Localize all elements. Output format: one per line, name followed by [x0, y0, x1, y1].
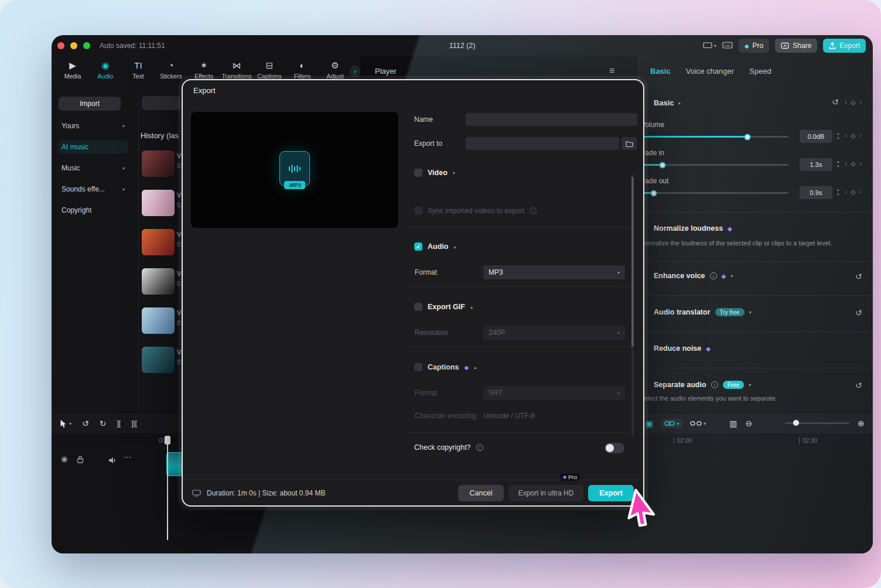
fade-out-slider[interactable] [642, 192, 788, 194]
enhance-voice-reset-icon[interactable]: ↺ [855, 272, 862, 281]
normalize-loudness-row[interactable]: Normalize loudness ◆ [654, 224, 732, 233]
fade-in-stepper[interactable]: ▴▾ [835, 159, 842, 169]
volume-stepper[interactable]: ▴▾ [835, 131, 842, 141]
tab-adjust[interactable]: ⚙Adjust [319, 56, 351, 80]
preview-axis-icon[interactable]: ▥ [729, 419, 737, 428]
export-button-titlebar[interactable]: Export [823, 39, 866, 53]
tab-transitions[interactable]: ⋈Transitions [220, 56, 253, 80]
sync-checkbox[interactable] [414, 207, 422, 215]
separate-audio-reset-icon[interactable]: ↺ [855, 381, 862, 390]
gif-checkbox[interactable] [414, 303, 422, 311]
sidebar-item-yours[interactable]: Yours▾ [59, 119, 128, 132]
sidebar-item-ai-music[interactable]: AI music [59, 141, 128, 153]
tab-audio[interactable]: ◉Audio [89, 56, 122, 80]
timeline-zoom-handle[interactable] [793, 420, 799, 426]
export-to-input[interactable] [466, 137, 619, 150]
pointer-tool-button[interactable]: ▾ [60, 419, 71, 428]
split-icon[interactable]: ][ [117, 419, 121, 428]
volume-keyframe-controls[interactable]: ‹◇› [845, 132, 862, 139]
track-mute-icon[interactable] [108, 456, 117, 466]
history-thumbnail[interactable] [142, 229, 175, 255]
captions-format-select[interactable]: SRT ▾ [483, 386, 625, 400]
sidebar-item-music[interactable]: Music▾ [59, 162, 128, 175]
volume-slider[interactable] [642, 136, 788, 138]
playhead-line[interactable] [167, 436, 168, 540]
tab-media[interactable]: ▶Media [56, 56, 89, 80]
undo-icon[interactable]: ↺ [82, 419, 89, 428]
video-checkbox[interactable] [414, 169, 422, 177]
tab-voice-changer[interactable]: Voice changer [686, 67, 734, 76]
keyboard-shortcuts-icon[interactable] [722, 40, 733, 51]
chevron-up-icon[interactable]: ▴ [474, 365, 476, 370]
chevron-up-icon[interactable]: ▴ [453, 244, 456, 249]
fade-in-value[interactable]: 1.3s [800, 158, 832, 171]
keyframe-diamond-icon[interactable]: ◇ [851, 99, 856, 105]
history-thumbnail[interactable] [142, 190, 175, 216]
copyright-toggle[interactable] [605, 443, 624, 453]
reduce-noise-row[interactable]: Reduce noise ◆ [654, 344, 711, 353]
history-thumbnail[interactable] [142, 268, 175, 295]
redo-icon[interactable]: ↻ [100, 419, 107, 428]
display-mode-icon[interactable]: ▾ [703, 42, 716, 49]
name-input[interactable] [466, 113, 637, 126]
fade-out-value[interactable]: 0.9s [800, 186, 832, 199]
tab-effects[interactable]: ✶Effects [187, 56, 220, 80]
track-more-icon[interactable]: ⋯ [124, 452, 132, 461]
audio-checkbox[interactable]: ✓ [414, 242, 422, 251]
history-thumbnail[interactable] [142, 347, 175, 373]
panel-collapse-button[interactable]: › [349, 66, 361, 77]
captions-checkbox[interactable] [414, 363, 422, 371]
basic-keyframe-controls[interactable]: ‹ ◇ › [845, 98, 862, 105]
audio-format-select[interactable]: MP3 ▾ [483, 265, 625, 279]
timeline-zoom-slider[interactable] [785, 422, 849, 424]
split-delete-icon[interactable]: ]|[ [131, 419, 137, 428]
audio-translator-row[interactable]: Audio translator Try free ▾ [654, 308, 752, 316]
link-clips-button[interactable]: ▾ [661, 419, 682, 428]
tab-stickers[interactable]: ◔Stickers [155, 56, 187, 80]
volume-value[interactable]: 0.0dB [800, 130, 832, 143]
audio-translator-reset-icon[interactable]: ↺ [855, 308, 862, 317]
unlink-clips-button[interactable]: ▾ [690, 421, 706, 426]
auto-keyframe-icon[interactable]: ▣ [646, 419, 653, 428]
pro-button[interactable]: ◆ Pro [739, 39, 769, 53]
keyframe-prev-icon[interactable]: ‹ [845, 98, 847, 105]
import-button[interactable]: Import [59, 97, 121, 111]
fade-out-slider-handle[interactable] [651, 190, 657, 196]
player-menu-icon[interactable]: ≡ [609, 66, 614, 76]
history-thumbnail[interactable] [142, 151, 175, 177]
tab-captions[interactable]: ⊟Captions [253, 56, 286, 80]
basic-section-header[interactable]: Basic ▴ [654, 98, 681, 107]
fade-in-keyframe-controls[interactable]: ‹◇› [845, 160, 862, 167]
history-search-input[interactable] [142, 96, 180, 110]
fade-in-slider-handle[interactable] [660, 162, 666, 168]
browse-folder-button[interactable] [622, 137, 637, 150]
enhance-voice-row[interactable]: Enhance voice i ◆ ▾ [654, 272, 733, 280]
cancel-button[interactable]: Cancel [458, 485, 504, 501]
fade-out-stepper[interactable]: ▴▾ [835, 187, 842, 197]
export-ultra-hd-button[interactable]: Export in ultra HD [508, 485, 583, 501]
fade-out-keyframe-controls[interactable]: ‹◇› [845, 188, 862, 195]
separate-audio-row[interactable]: Separate audio i Free ▾ [654, 381, 751, 389]
chevron-down-icon[interactable]: ▾ [453, 170, 455, 176]
resolution-select[interactable]: 240P ▾ [483, 326, 625, 340]
keyframe-next-icon[interactable]: › [859, 98, 862, 105]
tab-text[interactable]: TIText [122, 56, 155, 80]
tab-filters[interactable]: ◐Filters [286, 56, 319, 80]
volume-slider-handle[interactable] [745, 134, 751, 140]
zoom-in-icon[interactable]: ⊕ [858, 419, 865, 428]
share-button[interactable]: Share [775, 39, 817, 53]
audio-clip[interactable] [166, 452, 183, 476]
sidebar-item-copyright[interactable]: Copyright [59, 204, 128, 217]
zoom-out-icon[interactable]: ⊖ [746, 419, 753, 428]
playhead-handle[interactable] [165, 436, 170, 445]
tab-speed[interactable]: Speed [749, 67, 771, 76]
track-lock-icon[interactable] [77, 455, 84, 466]
track-cover-icon[interactable]: ◉ [61, 454, 67, 463]
dialog-scrollbar-thumb[interactable] [631, 177, 634, 347]
basic-reset-icon[interactable]: ↺ [832, 97, 839, 107]
history-thumbnail[interactable] [142, 307, 175, 334]
fade-in-slider[interactable] [642, 164, 788, 166]
sidebar-item-sound-effects[interactable]: Sounds effe...▾ [59, 183, 128, 196]
chevron-up-icon[interactable]: ▴ [470, 305, 473, 310]
tab-basic[interactable]: Basic [650, 67, 671, 76]
